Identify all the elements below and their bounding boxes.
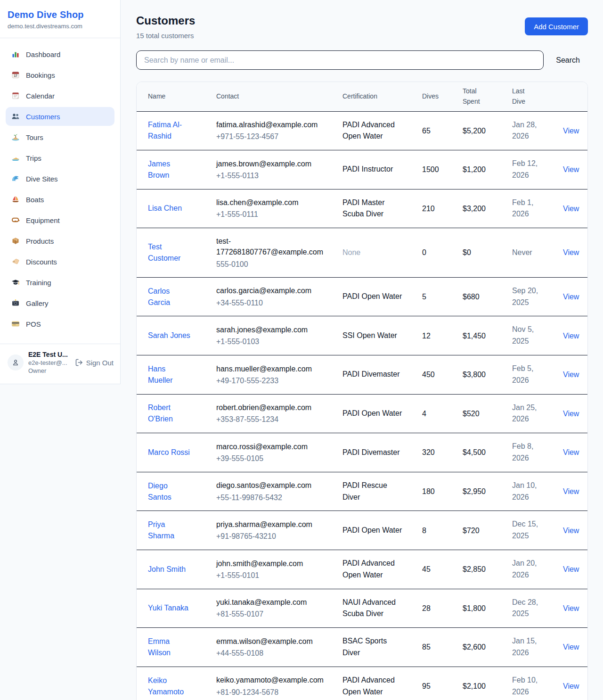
customer-phone: +55-11-99876-5432 xyxy=(216,492,337,503)
customer-phone: +34-555-0110 xyxy=(216,297,337,308)
customer-last-dive: Feb 5, 2026 xyxy=(512,363,541,387)
customer-email: priya.sharma@example.com xyxy=(216,519,329,530)
sidebar-item-tours[interactable]: Tours xyxy=(6,128,114,147)
customer-dives: 4 xyxy=(422,394,463,433)
sidebar-item-gallery[interactable]: Gallery xyxy=(6,294,114,313)
customer-email: test-1772681807767@example.com xyxy=(216,236,329,257)
customer-name-link[interactable]: Fatima Al-Rashid xyxy=(148,119,192,142)
user-name: E2E Test U... xyxy=(28,351,70,358)
camera-flash-icon xyxy=(11,299,20,307)
view-customer-link[interactable]: View xyxy=(563,332,579,340)
sidebar-item-pos[interactable]: POS xyxy=(6,314,114,333)
customer-last-dive: Jan 25, 2026 xyxy=(512,402,541,426)
view-customer-link[interactable]: View xyxy=(563,165,579,173)
sidebar-item-calendar[interactable]: Calendar xyxy=(6,86,114,105)
customer-name-link[interactable]: Marco Rossi xyxy=(148,447,190,458)
sidebar-item-boats[interactable]: Boats xyxy=(6,190,114,209)
sidebar-item-label: Customers xyxy=(26,113,60,121)
view-customer-link[interactable]: View xyxy=(563,371,579,379)
add-customer-button[interactable]: Add Customer xyxy=(525,17,588,35)
view-customer-link[interactable]: View xyxy=(563,565,579,573)
view-customer-link[interactable]: View xyxy=(563,682,579,690)
search-button[interactable]: Search xyxy=(556,56,580,65)
search-input[interactable] xyxy=(136,50,544,70)
sidebar-item-label: Dashboard xyxy=(26,50,60,58)
customer-name-link[interactable]: Hans Mueller xyxy=(148,363,192,386)
customer-name-link[interactable]: Diego Santos xyxy=(148,480,192,503)
view-customer-link[interactable]: View xyxy=(563,643,579,651)
customer-email: hans.mueller@example.com xyxy=(216,363,329,374)
view-customer-link[interactable]: View xyxy=(563,410,579,418)
view-customer-link[interactable]: View xyxy=(563,205,579,213)
user-info: E2E Test U... e2e-tester@... Owner xyxy=(28,351,70,374)
customer-certification: PADI Open Water xyxy=(342,408,402,420)
customer-dives: 8 xyxy=(422,511,463,550)
table-header-row: NameContactCertificationDivesTotal Spent… xyxy=(137,82,587,111)
customer-last-dive: Dec 15, 2025 xyxy=(512,519,541,542)
view-customer-link[interactable]: View xyxy=(563,604,579,612)
customer-total-spent: $2,850 xyxy=(463,550,512,589)
customer-dives: 1500 xyxy=(422,150,463,189)
main-content: Customers 15 total customers Add Custome… xyxy=(121,0,603,700)
customer-total-spent: $1,800 xyxy=(463,589,512,628)
table-row: Lisa Chenlisa.chen@example.com+1-555-011… xyxy=(137,189,587,228)
view-customer-link[interactable]: View xyxy=(563,487,579,495)
sign-out-button[interactable]: Sign Out xyxy=(75,358,114,367)
customer-name-link[interactable]: Lisa Chen xyxy=(148,203,182,214)
customer-total-spent: $2,950 xyxy=(463,472,512,511)
table-row: Sarah Jonessarah.jones@example.com+1-555… xyxy=(137,316,587,355)
sidebar-item-label: Bookings xyxy=(26,71,55,79)
view-customer-link[interactable]: View xyxy=(563,293,579,301)
table-header: NameContactCertificationDivesTotal Spent… xyxy=(137,82,587,111)
sidebar-item-equipment[interactable]: Equipment xyxy=(6,211,114,230)
diving-mask-icon xyxy=(11,216,20,224)
table-row: Robert O'Brienrobert.obrien@example.com+… xyxy=(137,394,587,433)
sidebar-item-dive-sites[interactable]: Dive Sites xyxy=(6,169,114,188)
view-customer-link[interactable]: View xyxy=(563,127,579,135)
column-header-certification: Certification xyxy=(342,82,422,111)
customer-last-dive: Jan 20, 2026 xyxy=(512,558,541,581)
customer-certification: PADI Master Scuba Diver xyxy=(342,197,404,221)
column-header-contact: Contact xyxy=(216,82,342,111)
sidebar-item-bookings[interactable]: 17Bookings xyxy=(6,66,114,84)
customer-name-link[interactable]: Yuki Tanaka xyxy=(148,602,188,614)
table-row: James Brownjames.brown@example.com+1-555… xyxy=(137,150,587,189)
customer-name-link[interactable]: James Brown xyxy=(148,158,192,181)
customer-total-spent: $1,450 xyxy=(463,316,512,355)
customer-phone: +81-555-0107 xyxy=(216,609,337,619)
customer-name-link[interactable]: Robert O'Brien xyxy=(148,402,192,425)
table-row: Fatima Al-Rashidfatima.alrashid@example.… xyxy=(137,111,587,150)
customer-phone: +91-98765-43210 xyxy=(216,531,337,542)
customer-email: john.smith@example.com xyxy=(216,558,329,569)
sidebar-item-label: Boats xyxy=(26,196,44,204)
customer-phone: 555-0100 xyxy=(216,259,337,270)
table-row: Diego Santosdiego.santos@example.com+55-… xyxy=(137,472,587,511)
sidebar-item-trips[interactable]: Trips xyxy=(6,148,114,167)
sidebar-item-label: Dive Sites xyxy=(26,175,58,183)
view-customer-link[interactable]: View xyxy=(563,527,579,535)
customer-last-dive: Jan 15, 2026 xyxy=(512,635,541,659)
customer-name-link[interactable]: John Smith xyxy=(148,564,186,575)
sidebar-nav: Dashboard17BookingsCalendarCustomersTour… xyxy=(0,38,120,340)
customer-name-link[interactable]: Sarah Jones xyxy=(148,330,190,341)
customer-certification: PADI Advanced Open Water xyxy=(342,675,404,698)
sidebar-item-training[interactable]: Training xyxy=(6,273,114,292)
sidebar-item-discounts[interactable]: Discounts xyxy=(6,252,114,271)
view-customer-link[interactable]: View xyxy=(563,448,579,456)
sidebar-item-products[interactable]: Products xyxy=(6,231,114,250)
sidebar-item-dashboard[interactable]: Dashboard xyxy=(6,45,114,64)
customer-name-link[interactable]: Emma Wilson xyxy=(148,636,192,659)
customer-name-link[interactable]: Keiko Yamamoto xyxy=(148,675,192,698)
customer-name-link[interactable]: Test Customer xyxy=(148,241,192,264)
customer-dives: 0 xyxy=(422,228,463,278)
view-customer-link[interactable]: View xyxy=(563,248,579,256)
sidebar-item-label: Training xyxy=(26,279,51,287)
customer-email: diego.santos@example.com xyxy=(216,480,329,491)
customer-name-link[interactable]: Carlos Garcia xyxy=(148,286,192,308)
customer-total-spent: $680 xyxy=(463,277,512,316)
customer-dives: 210 xyxy=(422,189,463,228)
sidebar-item-customers[interactable]: Customers xyxy=(6,107,114,126)
customer-total-spent: $520 xyxy=(463,394,512,433)
calendar-date-icon: 17 xyxy=(11,71,20,79)
customer-name-link[interactable]: Priya Sharma xyxy=(148,519,192,542)
